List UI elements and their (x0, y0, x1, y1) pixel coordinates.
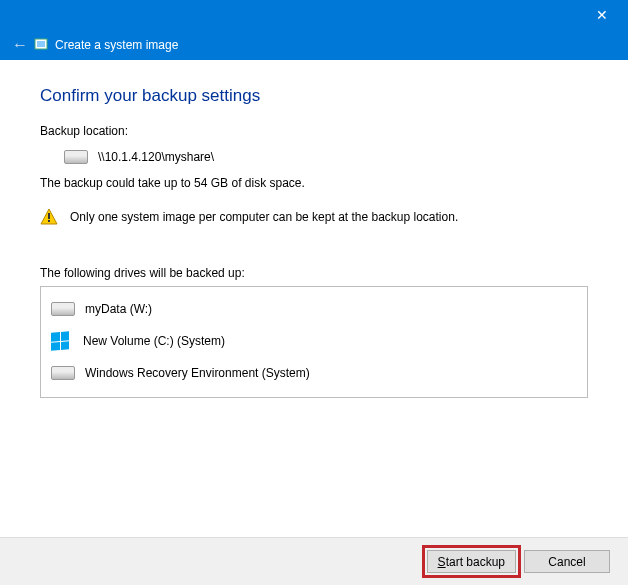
windows-logo-icon (51, 331, 69, 350)
backup-location-row: \\10.1.4.120\myshare\ (64, 150, 588, 164)
drive-name: myData (W:) (85, 302, 152, 316)
page-heading: Confirm your backup settings (40, 86, 588, 106)
svg-rect-4 (48, 220, 50, 222)
back-button[interactable]: ← (8, 36, 32, 54)
drive-row: New Volume (C:) (System) (49, 325, 579, 357)
warning-row: Only one system image per computer can b… (40, 208, 588, 226)
drives-listbox: myData (W:) New Volume (C:) (System) Win… (40, 286, 588, 398)
svg-rect-1 (37, 41, 45, 47)
size-estimate-text: The backup could take up to 54 GB of dis… (40, 176, 588, 190)
start-backup-button[interactable]: Start backup (427, 550, 516, 573)
drives-label: The following drives will be backed up: (40, 266, 588, 280)
cancel-button[interactable]: Cancel (524, 550, 610, 573)
backup-location-value: \\10.1.4.120\myshare\ (98, 150, 214, 164)
window-title: Create a system image (55, 38, 178, 52)
backup-location-label: Backup location: (40, 124, 588, 138)
drive-row: myData (W:) (49, 293, 579, 325)
hdd-icon (51, 366, 75, 380)
drive-row: Windows Recovery Environment (System) (49, 357, 579, 389)
close-icon: ✕ (596, 7, 608, 23)
warning-icon (40, 208, 58, 226)
warning-text: Only one system image per computer can b… (70, 210, 458, 224)
close-button[interactable]: ✕ (579, 0, 624, 30)
footer-bar: Start backup Cancel (0, 537, 628, 585)
hdd-icon (51, 302, 75, 316)
svg-rect-3 (48, 213, 50, 219)
titlebar: ✕ (0, 0, 628, 30)
drive-name: New Volume (C:) (System) (83, 334, 225, 348)
drive-name: Windows Recovery Environment (System) (85, 366, 310, 380)
back-arrow-icon: ← (12, 36, 28, 53)
content-area: Confirm your backup settings Backup loca… (0, 60, 628, 408)
network-drive-icon (64, 150, 88, 164)
header-bar: ← Create a system image (0, 30, 628, 60)
app-icon (32, 36, 50, 54)
